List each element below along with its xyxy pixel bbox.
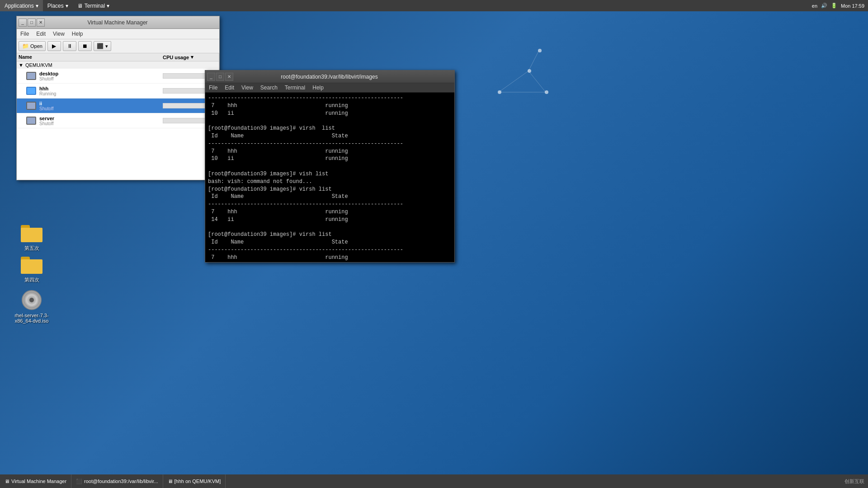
vm-status-ii: Shutoff xyxy=(39,106,161,111)
vmm-content: Name CPU usage ▾ ▼ QEMU/KVM deskto xyxy=(17,53,219,180)
terminal-minimize-btn[interactable]: _ xyxy=(207,73,215,81)
vmm-open-label: Open xyxy=(30,43,42,49)
hhh-vm-taskbar-icon: 🖥 xyxy=(168,479,173,484)
vm-name-server: server xyxy=(39,116,161,121)
vmm-minimize-btn[interactable]: _ xyxy=(19,19,27,27)
terminal-maximize-btn[interactable]: □ xyxy=(216,73,224,81)
terminal-menu-help[interactable]: Help xyxy=(309,84,327,92)
applications-menu[interactable]: Applications ▾ xyxy=(0,0,43,11)
vm-icon-desktop xyxy=(26,70,37,81)
col-name-header: Name xyxy=(19,54,163,60)
taskbar-top-right: en 🔊 🔋 Mon 17:59 xyxy=(812,3,868,9)
taskbar-bottom-right: 创新互联 xyxy=(844,478,868,485)
taskbar-item-terminal[interactable]: ⬛ root@foundation39:/var/lib/libvir... xyxy=(71,474,163,488)
col-cpu-sort-icon: ▾ xyxy=(191,54,193,60)
vm-item-desktop[interactable]: desktop Shutoff xyxy=(17,69,219,84)
geo-dot xyxy=(545,90,548,94)
geo-dot xyxy=(538,49,542,52)
vmm-menu-edit[interactable]: Edit xyxy=(33,30,49,38)
pause-icon: ⏸ xyxy=(66,42,73,50)
vmm-close-btn[interactable]: ✕ xyxy=(37,19,45,27)
group-label: QEMU/KVM xyxy=(25,62,52,68)
battery-icon: 🔋 xyxy=(831,3,837,9)
vmm-btn-open[interactable]: 📁 Open xyxy=(19,41,46,51)
vmm-btn-pause[interactable]: ⏸ xyxy=(63,41,76,51)
terminal-menu-view[interactable]: View xyxy=(238,84,257,92)
vmm-window-controls: _ □ ✕ xyxy=(19,19,45,27)
terminal-icon-top: 🖥 xyxy=(77,3,83,9)
folder-icon-sici xyxy=(21,253,42,275)
vmm-btn-play[interactable]: ▶ xyxy=(47,41,61,51)
terminal-menu-file[interactable]: File xyxy=(205,84,221,92)
terminal-title: root@foundation39:/var/lib/libvirt/image… xyxy=(233,74,425,80)
vm-icon-ii xyxy=(26,100,37,111)
geo-dot xyxy=(528,69,531,73)
taskbar-item-hhh-vm[interactable]: 🖥 [hhh on QEMU/KVM] xyxy=(163,474,226,488)
bottom-logo: 创新互联 xyxy=(844,478,864,485)
geo-dot xyxy=(498,90,501,94)
terminal-content[interactable]: ----------------------------------------… xyxy=(205,93,454,262)
vm-icon-server xyxy=(26,115,37,126)
vmm-taskbar-icon: 🖥 xyxy=(5,479,9,484)
locale-indicator: en xyxy=(812,3,817,9)
volume-icon: 🔊 xyxy=(821,3,827,9)
taskbar-bottom: 🖥 Virtual Machine Manager ⬛ root@foundat… xyxy=(0,474,868,488)
taskbar-item-vmm[interactable]: 🖥 Virtual Machine Manager xyxy=(0,474,71,488)
desktop-icon-sici[interactable]: 第四次 xyxy=(14,253,50,283)
vmm-group-header-qemu[interactable]: ▼ QEMU/KVM xyxy=(17,61,219,69)
vm-status-server: Shutoff xyxy=(39,121,161,126)
group-expand-icon: ▼ xyxy=(19,62,24,68)
vmm-menu-help[interactable]: Help xyxy=(68,30,87,38)
terminal-label: Terminal xyxy=(85,3,105,9)
vmm-taskbar-label: Virtual Machine Manager xyxy=(11,479,66,484)
vmm-window: _ □ ✕ Virtual Machine Manager File Edit … xyxy=(16,16,220,180)
vm-name-desktop: desktop xyxy=(39,71,161,76)
terminal-menu-search[interactable]: Search xyxy=(257,84,281,92)
folder-icon-wuci xyxy=(21,221,42,243)
places-arrow: ▾ xyxy=(66,3,68,9)
vm-name-hhh: hhh xyxy=(39,86,161,91)
terminal-titlebar: _ □ ✕ root@foundation39:/var/lib/libvirt… xyxy=(205,70,454,83)
vmm-btn-clone[interactable]: ⬛ ▾ xyxy=(94,41,111,51)
vm-item-server[interactable]: server Shutoff xyxy=(17,113,219,128)
terminal-menu-terminal[interactable]: Terminal xyxy=(281,84,309,92)
vm-monitor-ii xyxy=(26,102,36,110)
terminal-close-btn[interactable]: ✕ xyxy=(225,73,233,81)
vm-item-ii[interactable]: ii Shutoff xyxy=(17,99,219,113)
vmm-title: Virtual Machine Manager xyxy=(45,19,190,26)
desktop-icon-wuci[interactable]: 第五次 xyxy=(14,221,50,252)
vm-name-ii: ii xyxy=(39,101,161,106)
vmm-menu-file[interactable]: File xyxy=(17,30,33,38)
vmm-vm-group: ▼ QEMU/KVM desktop Shutoff xyxy=(17,61,219,128)
vmm-btn-stop[interactable]: ⏹ xyxy=(78,41,92,51)
hhh-vm-taskbar-label: [hhh on QEMU/KVM] xyxy=(175,479,221,484)
terminal-taskbar-label: root@foundation39:/var/lib/libvir... xyxy=(84,479,158,484)
clock: Mon 17:59 xyxy=(841,3,864,9)
vm-status-hhh: Running xyxy=(39,91,161,96)
open-icon: 📁 xyxy=(22,42,29,50)
stop-icon: ⏹ xyxy=(81,42,89,50)
places-menu[interactable]: Places ▾ xyxy=(43,0,73,11)
vmm-vm-list: Name CPU usage ▾ ▼ QEMU/KVM deskto xyxy=(17,53,219,180)
dvd-circle xyxy=(22,290,42,310)
vmm-menu-view[interactable]: View xyxy=(49,30,68,38)
col-cpu-header: CPU usage ▾ xyxy=(163,54,217,60)
terminal-menu-edit[interactable]: Edit xyxy=(221,84,238,92)
terminal-window: _ □ ✕ root@foundation39:/var/lib/libvirt… xyxy=(205,70,455,263)
places-label: Places xyxy=(47,3,64,9)
desktop-icon-dvd[interactable]: rhel-server-7.3-x86_64-dvd.iso xyxy=(14,289,50,324)
taskbar-top-left: Applications ▾ Places ▾ 🖥 Terminal ▾ xyxy=(0,0,114,11)
vmm-menu: File Edit View Help xyxy=(17,29,219,39)
vmm-toolbar: 📁 Open ▶ ⏸ ⏹ ⬛ ▾ xyxy=(17,39,219,53)
vmm-maximize-btn[interactable]: □ xyxy=(28,19,36,27)
vm-status-desktop: Shutoff xyxy=(39,76,161,81)
vm-icon-hhh xyxy=(26,85,37,96)
applications-label: Applications xyxy=(5,3,34,9)
terminal-menu-top[interactable]: 🖥 Terminal ▾ xyxy=(73,0,114,11)
vm-info-ii: ii Shutoff xyxy=(39,101,161,111)
play-icon: ▶ xyxy=(51,42,58,50)
vm-monitor-server xyxy=(26,117,36,125)
svg-line-2 xyxy=(528,71,546,92)
vm-item-hhh[interactable]: hhh Running xyxy=(17,84,219,99)
terminal-taskbar-icon: ⬛ xyxy=(76,479,82,484)
